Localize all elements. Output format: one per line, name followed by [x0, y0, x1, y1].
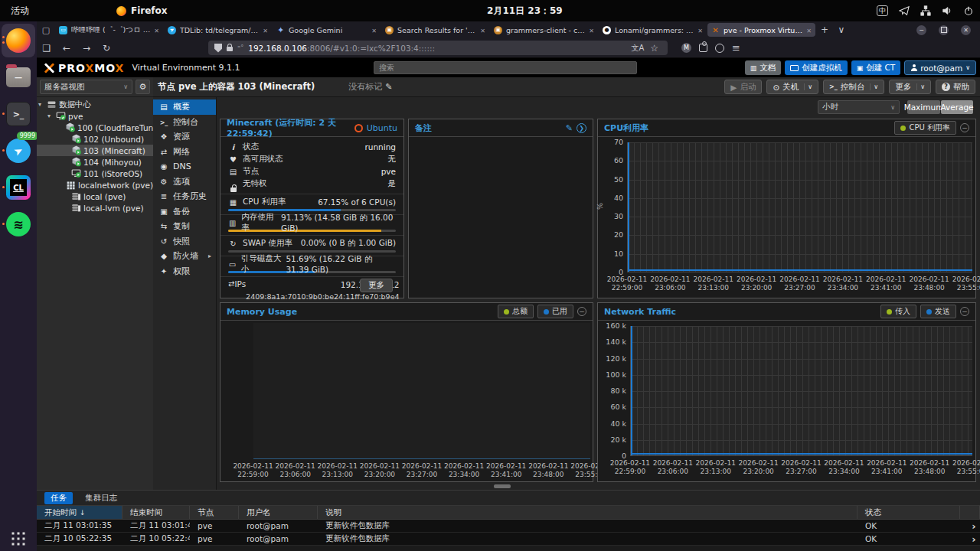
tree-item[interactable]: local-lvm (pve) — [37, 202, 153, 214]
nav-item[interactable]: 任务历史 — [153, 189, 216, 204]
tab-close-icon[interactable] — [263, 26, 268, 34]
forward-button[interactable]: → — [77, 43, 96, 54]
show-apps-grid-icon[interactable] — [11, 531, 26, 546]
nav-item[interactable]: 资源 — [153, 129, 216, 145]
power-icon[interactable] — [963, 5, 974, 16]
nav-item[interactable]: 控制台 — [153, 115, 216, 130]
tab-close-icon[interactable] — [589, 26, 594, 34]
column-status[interactable]: 状态 — [858, 506, 960, 519]
column-start-time[interactable]: 开始时间↓ — [37, 506, 122, 519]
status-more-button[interactable]: 更多 — [360, 279, 393, 292]
nav-item[interactable]: 权限 — [153, 264, 216, 279]
extension-m-icon[interactable]: M — [681, 43, 691, 53]
gear-icon[interactable]: ⚙ — [136, 80, 150, 94]
extensions-puzzle-icon[interactable] — [699, 44, 707, 52]
browser-tab[interactable]: Google Gemini — [273, 23, 381, 37]
tree-item[interactable]: 103 (Minecraft) — [37, 145, 153, 156]
create-ct-button[interactable]: ▣创建 CT — [851, 60, 901, 75]
tracking-shield-icon[interactable] — [214, 44, 222, 53]
user-menu-button[interactable]: root@pam∨ — [904, 60, 976, 75]
browser-tab[interactable]: TDLib: td/telegram/td_js — [164, 23, 272, 37]
tree-item[interactable]: 102 (Unbound) — [37, 133, 153, 145]
start-button[interactable]: ▶启动 — [724, 80, 762, 94]
dock-item[interactable] — [2, 60, 35, 94]
telegram-tray-icon[interactable] — [899, 5, 910, 16]
tree-caret[interactable]: ▾ — [47, 112, 54, 119]
tree-item[interactable]: 100 (CloudflareTunnel) — [37, 122, 153, 133]
bookmark-star-icon[interactable]: ☆ — [650, 43, 658, 54]
back-button[interactable]: ← — [57, 43, 77, 54]
close-button[interactable]: ✕ — [961, 25, 971, 35]
dock-item[interactable]: 9999 — [2, 134, 35, 168]
tree-caret[interactable]: ▾ — [38, 101, 44, 108]
average-toggle[interactable]: Average — [941, 100, 973, 114]
permissions-icon[interactable]: ⁼° — [237, 44, 243, 51]
new-tab-button[interactable]: + — [816, 24, 833, 35]
cpu-plot[interactable] — [627, 142, 972, 272]
pve-search-input[interactable] — [374, 61, 637, 74]
column-user[interactable]: 用户名 — [239, 506, 318, 519]
shutdown-dropdown-icon[interactable]: ∨ — [804, 83, 812, 90]
collapse-chart-icon[interactable]: − — [960, 123, 969, 132]
edit-notes-icon[interactable]: ✎ — [566, 123, 573, 133]
network-plot[interactable] — [630, 326, 972, 456]
legend-item[interactable]: 传入 — [880, 305, 916, 318]
task-tab[interactable]: 集群日志 — [79, 492, 123, 504]
column-description[interactable]: 说明 — [318, 506, 858, 519]
collapse-chart-icon[interactable]: − — [960, 307, 969, 316]
nav-item[interactable]: 防火墙 ▸ — [153, 249, 216, 264]
browser-tab[interactable]: Lonami/grammers: (tele) — [599, 23, 707, 37]
tab-close-icon[interactable] — [806, 26, 812, 34]
create-vm-button[interactable]: 创建虚拟机 — [785, 60, 848, 75]
more-button[interactable]: 更多∨ — [889, 80, 931, 94]
memory-plot[interactable] — [253, 323, 590, 459]
lock-icon[interactable] — [227, 47, 233, 51]
tree-item[interactable]: 101 (iStoreOS) — [37, 168, 153, 179]
activities-button[interactable]: 活动 — [0, 5, 40, 18]
console-dropdown-icon[interactable]: ∨ — [870, 83, 878, 90]
nav-item[interactable]: 备份 — [153, 204, 216, 220]
dock-item[interactable] — [2, 97, 35, 131]
browser-tab[interactable]: grammers-client - crates. — [490, 23, 598, 37]
translate-icon[interactable]: 文A — [631, 43, 644, 54]
shutdown-button[interactable]: ⊙关机∨ — [766, 80, 818, 94]
network-icon[interactable] — [920, 5, 931, 16]
tab-list-dropdown[interactable]: ∨ — [833, 24, 850, 35]
tree-item[interactable]: localnetwork (pve) — [37, 179, 153, 191]
tree-item[interactable]: local (pve) — [37, 191, 153, 202]
nav-item[interactable]: 概要 — [153, 99, 216, 115]
dock-item[interactable] — [2, 207, 35, 241]
documentation-button[interactable]: ▥文档 — [745, 60, 782, 75]
legend-item[interactable]: 发送 — [920, 305, 956, 318]
focused-app-indicator[interactable]: Firefox — [116, 5, 168, 16]
row-expand-chevron[interactable] — [960, 520, 980, 532]
nav-item[interactable]: 复制 — [153, 219, 216, 234]
clock[interactable]: 2月11日 23：59 — [487, 5, 563, 18]
maximum-toggle[interactable]: Maximum — [907, 100, 940, 114]
help-button[interactable]: ?帮助 — [936, 80, 975, 94]
row-expand-chevron[interactable] — [960, 533, 980, 545]
console-button[interactable]: >_控制台∨ — [823, 80, 884, 94]
address-bar[interactable]: ⁼° 192.168.0.106:8006/#v1:0:=lxc%2F103:4… — [208, 41, 668, 55]
tree-item[interactable]: ▾ 数据中心 — [37, 99, 153, 110]
tags-label[interactable]: 没有标记 — [348, 81, 382, 93]
browser-tab[interactable]: Search Results for 'gram — [381, 23, 489, 37]
task-tab[interactable]: 任务 — [44, 492, 73, 504]
panel-splitter-handle[interactable] — [494, 484, 511, 488]
tab-close-icon[interactable] — [154, 26, 159, 34]
expand-notes-icon[interactable]: ❯ — [577, 123, 586, 133]
dock-item[interactable] — [2, 24, 35, 57]
reload-button[interactable]: ↻ — [96, 43, 116, 54]
legend-item[interactable]: 已用 — [537, 305, 573, 318]
time-range-select[interactable]: 小时∨ — [818, 100, 900, 114]
volume-icon[interactable] — [942, 5, 952, 16]
legend-item[interactable]: 总额 — [498, 305, 534, 318]
minimize-button[interactable]: − — [916, 25, 926, 35]
legend-item[interactable]: CPU 利用率 — [894, 121, 956, 135]
menu-hamburger-icon[interactable]: ≡ — [732, 42, 740, 54]
task-row[interactable]: 二月 11 03:01:35 二月 11 03:01:40 pve root@p… — [37, 520, 980, 533]
maximize-button[interactable] — [939, 25, 949, 35]
task-row[interactable]: 二月 10 05:22:35 二月 10 05:22:40 pve root@p… — [37, 533, 980, 546]
tab-close-icon[interactable] — [480, 26, 485, 34]
input-method-icon[interactable]: 中 — [877, 5, 888, 16]
